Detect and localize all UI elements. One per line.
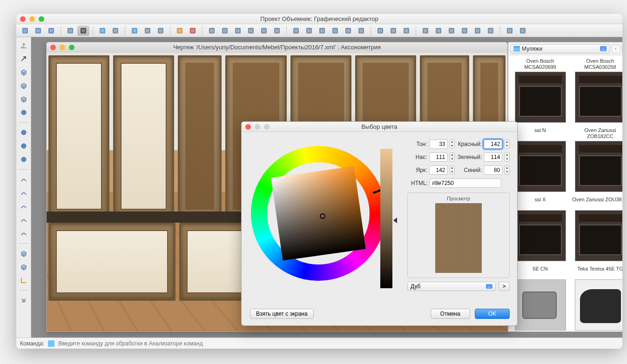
minimize-icon[interactable]	[60, 45, 65, 50]
sv-square[interactable]	[271, 166, 365, 260]
distribute-button[interactable]	[485, 26, 497, 36]
sphere-tool[interactable]	[18, 127, 29, 138]
catalog-item[interactable]: ssi N	[510, 126, 570, 196]
page-button[interactable]	[109, 26, 121, 36]
color-wheel-area[interactable]	[251, 146, 395, 290]
val-stepper[interactable]: ▲▼	[450, 165, 455, 175]
cube-orange-button[interactable]	[45, 26, 57, 36]
value-slider[interactable]	[380, 149, 392, 288]
angle-tool[interactable]	[18, 275, 29, 285]
catalog-nav-fwd[interactable]: ›	[622, 45, 622, 53]
curve-tool[interactable]	[18, 201, 29, 212]
sv-marker-icon[interactable]	[320, 213, 325, 219]
html-input[interactable]	[430, 179, 501, 188]
cube-blue-button[interactable]	[19, 26, 31, 36]
wand-button[interactable]	[64, 26, 76, 36]
rect3-tool[interactable]	[18, 262, 29, 272]
catalog-item[interactable]: Oven Bosch MCSA030258	[570, 57, 622, 126]
cal2-button[interactable]	[400, 26, 412, 36]
fit-button[interactable]	[232, 26, 244, 36]
line-tool[interactable]	[18, 174, 29, 185]
pan-h-button[interactable]	[258, 26, 270, 36]
dot-tool[interactable]	[18, 141, 29, 151]
catalog-item[interactable]: Oven Zanussi ZOB182CC	[570, 126, 622, 196]
catalog-item[interactable]: Oven Zanussi ZOU381N	[570, 196, 622, 265]
catalog-item[interactable]: Teka Texina 45E TG	[570, 265, 622, 331]
drawing-titlebar[interactable]: Чертеж '/Users/yuriy/Documents/Mebel/Про…	[47, 42, 507, 53]
zoom-icon[interactable]	[69, 45, 74, 50]
save-button[interactable]	[128, 26, 141, 36]
floppy-button[interactable]	[142, 26, 154, 36]
green-input[interactable]	[484, 152, 502, 162]
hue-stepper[interactable]: ▲▼	[450, 139, 455, 149]
zoom-button[interactable]	[245, 26, 257, 36]
red-input[interactable]	[484, 139, 502, 149]
box3d-tool[interactable]	[18, 80, 29, 91]
3d-button[interactable]	[387, 26, 399, 36]
catalog-item[interactable]: ssi X	[510, 196, 570, 265]
grid4-button[interactable]	[206, 26, 218, 36]
preset-next-button[interactable]: >	[499, 282, 510, 291]
redo-button[interactable]	[187, 26, 199, 36]
blue-input[interactable]	[484, 165, 502, 175]
camera-button[interactable]	[77, 26, 89, 36]
red-stepper[interactable]: ▲▼	[504, 139, 510, 149]
box-button[interactable]	[303, 26, 315, 36]
brush-button[interactable]	[316, 26, 328, 36]
preset-select[interactable]: Дуб ⌄	[407, 282, 496, 291]
rect2-tool[interactable]	[18, 248, 29, 258]
close-icon[interactable]	[20, 16, 26, 22]
arrow-tool[interactable]	[18, 53, 29, 64]
windows-button[interactable]	[219, 26, 231, 36]
sat-stepper[interactable]: ▲▼	[450, 152, 455, 162]
catalog-item[interactable]: Oven Bosch MCSA020699	[510, 57, 570, 126]
catalog-nav-back[interactable]: ‹	[612, 45, 620, 53]
chev-tool[interactable]	[18, 295, 29, 305]
save2-button[interactable]	[517, 26, 529, 36]
hue-input[interactable]	[429, 139, 448, 149]
play-button[interactable]	[96, 26, 108, 36]
value-marker-icon[interactable]	[393, 218, 397, 223]
catalog-grid[interactable]: Oven Bosch MCSA020699Oven Bosch MCSA0302…	[508, 55, 622, 331]
print-button[interactable]	[155, 26, 167, 36]
dialog-titlebar[interactable]: Выбор цвета	[242, 122, 517, 132]
arc-tool[interactable]	[18, 188, 29, 198]
group-button[interactable]	[472, 26, 484, 36]
calendar-button[interactable]	[342, 26, 354, 36]
cyl-tool[interactable]	[18, 107, 29, 118]
hand-button[interactable]	[290, 26, 302, 36]
command-input[interactable]	[58, 340, 619, 347]
blue-stepper[interactable]: ▲▼	[504, 165, 510, 175]
catalog-item[interactable]: 5E CN	[510, 265, 570, 331]
ok-button[interactable]: OK	[475, 309, 510, 319]
close-icon[interactable]	[245, 124, 251, 130]
pic-button[interactable]	[355, 26, 367, 36]
green-stepper[interactable]: ▲▼	[504, 152, 510, 162]
zoom-icon[interactable]	[39, 16, 44, 22]
cube-teal-button[interactable]	[32, 26, 44, 36]
refresh-button[interactable]	[504, 26, 516, 36]
user-button[interactable]	[374, 26, 386, 36]
chart-button[interactable]	[329, 26, 341, 36]
axis-tool[interactable]	[18, 40, 29, 50]
cancel-button[interactable]: Отмена	[431, 309, 470, 319]
undo-button[interactable]	[174, 26, 186, 36]
eyedropper-button[interactable]: Взять цвет с экрана	[250, 309, 314, 319]
ruler-tool[interactable]	[18, 228, 29, 238]
spline-tool[interactable]	[18, 215, 29, 225]
val-input[interactable]	[429, 165, 448, 175]
catalog-folder-select[interactable]: Муляжи ⌄	[510, 44, 610, 53]
align-l-button[interactable]	[432, 26, 445, 36]
main-titlebar[interactable]: Проект Объемник: Графический редактор	[16, 14, 622, 24]
prism-tool[interactable]	[18, 94, 29, 104]
minimize-icon[interactable]	[29, 16, 35, 22]
rect-tool[interactable]	[18, 67, 29, 77]
align-r-button[interactable]	[458, 26, 471, 36]
pan-button[interactable]	[271, 26, 283, 36]
union-button[interactable]	[419, 26, 431, 36]
close-icon[interactable]	[50, 45, 56, 50]
torus-tool[interactable]	[18, 154, 29, 165]
blue-label: Синий:	[457, 167, 482, 173]
align-c-button[interactable]	[445, 26, 458, 36]
sat-input[interactable]	[429, 152, 448, 162]
